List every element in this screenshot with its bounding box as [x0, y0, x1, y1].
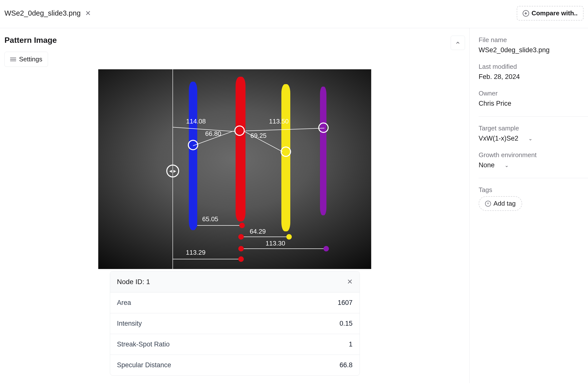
measurement-label: 113.29 [186, 249, 206, 256]
add-tag-button[interactable]: + Add tag [479, 196, 522, 211]
field-value-last-modified: Feb. 28, 2024 [479, 73, 588, 81]
field-label-tags: Tags [479, 186, 588, 194]
measurement-label: 64.29 [250, 228, 266, 235]
node-ring[interactable] [188, 140, 198, 150]
plus-circle-icon: + [485, 201, 491, 207]
add-tag-label: Add tag [493, 200, 516, 207]
field-value-owner: Chris Price [479, 100, 588, 107]
open-file-tab[interactable]: WSe2_0deg_slide3.png [4, 9, 81, 17]
field-label-last-modified: Last modified [479, 63, 588, 71]
node-ring[interactable] [318, 122, 329, 133]
measurement-label: 69.25 [250, 132, 267, 140]
chevron-down-icon: ⌄ [505, 162, 509, 168]
measurement-label: 114.08 [186, 118, 206, 125]
row-label: Area [117, 299, 131, 307]
compare-with-button[interactable]: + Compare with.. [517, 6, 584, 21]
measurement-label: 65.05 [202, 215, 218, 223]
streak-purple [320, 87, 326, 215]
segment [173, 127, 235, 132]
settings-button[interactable]: Settings [4, 52, 48, 67]
dot [238, 246, 244, 251]
node-panel-row: Streak-Spot Ratio 1 [110, 334, 360, 355]
streak-blue [189, 82, 197, 230]
measurement-label: 113.50 [269, 118, 289, 125]
growth-env-select[interactable]: None ⌄ [479, 161, 588, 169]
dot [238, 256, 244, 262]
node-panel-row: Intensity 0.15 [110, 313, 360, 334]
details-sidebar: File name WSe2_0deg_slide3.png Last modi… [469, 28, 588, 383]
node-panel-row: Area 1607 [110, 292, 360, 313]
collapse-section-button[interactable] [451, 36, 465, 50]
node-ring[interactable] [234, 125, 245, 136]
row-label: Specular Distance [117, 361, 171, 369]
settings-label: Settings [19, 55, 42, 63]
field-label-growth-env: Growth environment [479, 151, 588, 159]
field-label-target-sample: Target sample [479, 124, 588, 132]
plus-circle-icon: + [523, 10, 529, 17]
chevron-down-icon: ⌄ [528, 136, 533, 142]
dot [323, 246, 329, 251]
segment [196, 225, 242, 226]
segment [173, 259, 242, 259]
slider-handle[interactable] [166, 165, 179, 177]
divider [479, 116, 588, 117]
row-label: Intensity [117, 320, 142, 327]
node-ring[interactable] [281, 146, 291, 157]
growth-env-value: None [479, 161, 495, 169]
segment [242, 248, 326, 249]
row-label: Streak-Spot Ratio [117, 341, 170, 348]
close-panel-icon[interactable]: ✕ [347, 278, 353, 286]
streak-red [236, 77, 245, 221]
dot [238, 234, 244, 240]
target-sample-value: VxW(1-x)Se2 [479, 135, 518, 142]
chevron-up-icon [455, 40, 461, 46]
node-panel-title: Node ID: 1 [117, 278, 150, 286]
target-sample-select[interactable]: VxW(1-x)Se2 ⌄ [479, 135, 588, 142]
dot [239, 223, 245, 228]
pattern-image-viewer[interactable]: 114.08 66.80 69.25 113.50 65.05 64.29 11… [98, 69, 371, 269]
row-value: 1607 [338, 299, 352, 307]
divider [479, 178, 588, 178]
row-value: 1 [349, 341, 352, 348]
field-label-owner: Owner [479, 90, 588, 97]
compare-with-label: Compare with.. [532, 9, 578, 17]
close-tab-icon[interactable]: ✕ [85, 10, 91, 17]
field-label-filename: File name [479, 36, 588, 44]
sliders-icon [10, 56, 16, 62]
row-value: 0.15 [340, 320, 353, 327]
node-panel-row: Specular Distance 66.8 [110, 355, 360, 375]
dot [286, 234, 292, 240]
measurement-label: 113.30 [266, 240, 285, 247]
streak-yellow [281, 84, 290, 231]
measurement-label: 66.80 [205, 130, 221, 138]
field-value-filename: WSe2_0deg_slide3.png [479, 46, 588, 54]
section-title: Pattern Image [4, 36, 57, 45]
dot [192, 223, 197, 228]
row-value: 66.8 [340, 361, 353, 369]
segment [242, 237, 289, 237]
node-details-panel: Node ID: 1 ✕ Area 1607 Intensity 0.15 St… [110, 271, 360, 376]
